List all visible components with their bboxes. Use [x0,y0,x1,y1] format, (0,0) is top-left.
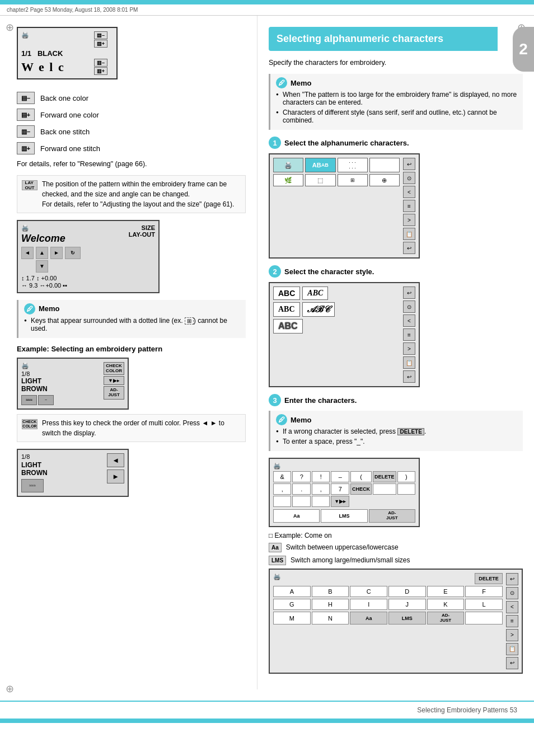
char-l[interactable]: L [465,599,503,610]
right-memo-item-2: Characters of different style (sans seri… [276,109,517,124]
final-nav-page[interactable]: 📋 [506,643,518,655]
abc-sans-btn[interactable]: ABC [273,287,300,300]
abc-nav-confirm-btn[interactable]: ↩ [403,370,415,383]
alpha-cell-leaf[interactable]: 🌿 [273,174,303,186]
nav-page-btn[interactable]: 📋 [403,228,415,240]
check-btn[interactable]: CHECK [350,483,372,495]
char-i[interactable]: I [350,599,387,610]
final-nav-circle[interactable]: ⊙ [506,587,518,599]
final-nav-next[interactable]: > [506,629,518,641]
char-comma2[interactable]: , [312,483,330,495]
final-nav-prev[interactable]: < [506,601,518,613]
aa-switch-label: Switch between uppercase/lowercase [286,543,399,551]
corner-mark-tl: ⊕ [6,21,17,32]
char-ampersand[interactable]: & [273,471,291,482]
char-7[interactable]: 7 [331,483,349,495]
preview-btn2[interactable]: ▼▶▸ [331,496,349,507]
abc-nav-up-btn[interactable]: ⊙ [403,300,415,313]
arrow-up-icon[interactable]: ▲ [36,247,48,259]
abc-row-2: ABC 𝒜ℬ𝒞 [273,302,400,317]
check-color-note-block: CHECKCOLOR Press this key to check the o… [17,414,246,442]
forward-stitch-label: Forward one stitch [40,144,100,153]
alpha-cell-grid[interactable]: ⊞ [338,174,368,186]
nav-list-btn[interactable]: ≡ [403,200,415,212]
abc-nav-next-btn[interactable]: > [403,342,415,355]
char-empty3 [273,496,291,507]
abc-outline-btn[interactable]: ABC [273,319,303,334]
aa-icon: Aa [269,543,282,552]
final-aa-btn[interactable]: Aa [350,612,387,625]
alpha-cell-dots[interactable]: · · ·· · · [338,158,368,172]
check-color-btn[interactable]: CHECKCOLOR [104,362,124,375]
final-delete-btn[interactable]: DELETE [475,573,503,584]
char-question[interactable]: ? [292,471,311,482]
char-period[interactable]: . [292,483,311,495]
nav-confirm-btn[interactable]: ↩ [403,242,415,254]
abc-row-3: ABC [273,319,400,334]
final-nav-list[interactable]: ≡ [506,615,518,627]
nav-prev-btn[interactable]: < [403,186,415,198]
alpha-cell-frame[interactable]: ⬚ [305,174,335,186]
abc-serif-btn[interactable]: ABC [302,287,328,300]
alpha-left-panel: 🖨️ ABAB · · ·· · · 🌿 ⬚ ⊞ ⊕ [273,158,400,254]
step-3-memo-title: 🖊 Memo [276,414,517,425]
arrow-forward-btn[interactable]: ► [107,469,124,483]
char-open-paren[interactable]: ( [350,471,372,482]
final-top-bar: 🖨️ DELETE [273,573,503,584]
char-h[interactable]: H [312,599,349,610]
right-memo-icon: 🖊 [276,77,287,88]
char-j[interactable]: J [388,599,426,610]
arrow-down-icon[interactable]: ▼ [36,260,48,273]
abc-bold-btn[interactable]: ABC [273,302,300,317]
alpha-cell-ab1[interactable]: ABAB [305,158,335,172]
step-3-circle: 3 [269,394,281,406]
char-n[interactable]: N [312,612,349,625]
arrow-back-btn[interactable]: ◄ [107,453,124,467]
aa-btn[interactable]: Aa [273,509,320,523]
char-b[interactable]: B [312,586,349,597]
alpha-cell-plus[interactable]: ⊕ [369,174,400,186]
abc-nav-panel: ↩ ⊙ < ≡ > 📋 ↩ [403,287,415,383]
step-3-row: 3 Enter the characters. [269,394,523,406]
char-m[interactable]: M [273,612,311,625]
nav-next-btn[interactable]: > [403,214,415,226]
char-a[interactable]: A [273,586,311,597]
intro-text: Specify the characters for embroidery. [269,58,523,68]
char-k[interactable]: K [427,599,465,610]
abc-nav-list-btn[interactable]: ≡ [403,328,415,341]
char-d[interactable]: D [388,586,426,597]
adjust-btn[interactable]: AD-JUST [104,386,124,400]
char-f[interactable]: F [465,586,503,597]
step-3-memo-icon: 🖊 [276,414,287,425]
adjust-btn2[interactable]: AD-JUST [369,509,415,523]
delete-btn[interactable]: DELETE [373,471,396,482]
char-g[interactable]: G [273,599,311,610]
char-exclaim[interactable]: ! [312,471,330,482]
nav-up-btn[interactable]: ⊙ [403,172,415,184]
preview-btn[interactable]: ▼▶▸ [104,376,124,385]
final-nav-confirm[interactable]: ↩ [506,657,518,669]
back-color-row: ▤– Back one color [17,92,246,104]
abc-script-btn[interactable]: 𝒜ℬ𝒞 [302,302,335,317]
final-lms-btn[interactable]: LMS [388,612,426,625]
rotate-icon[interactable]: ↻ [65,247,81,259]
final-main-panel: 🖨️ DELETE A B C D E F G [273,573,503,669]
arrow-left-icon[interactable]: ◄ [21,247,34,259]
left-column: 🖨️ ▤– ▤+ 1/1 BLACK W e l c ▥– ▥+ [0,16,257,689]
example-color: LIGHTBROWN [21,377,54,393]
lms-btn[interactable]: LMS [321,509,367,523]
nav-undo-btn[interactable]: ↩ [403,158,415,170]
final-adjust-btn[interactable]: AD-JUST [427,612,465,625]
abc-nav-undo-btn[interactable]: ↩ [403,287,415,299]
abc-nav-prev-btn[interactable]: < [403,314,415,327]
lcd-icon-1: 🖨️ [21,31,29,48]
left-memo-title: 🖊 Memo [24,303,240,314]
char-close-paren[interactable]: ) [397,471,416,482]
char-dash[interactable]: – [331,471,349,482]
arrow-right-icon[interactable]: ► [50,247,63,259]
char-comma1[interactable]: , [273,483,291,495]
char-c[interactable]: C [350,586,387,597]
final-nav-undo[interactable]: ↩ [506,573,518,585]
char-e[interactable]: E [427,586,465,597]
abc-nav-page-btn[interactable]: 📋 [403,356,415,369]
